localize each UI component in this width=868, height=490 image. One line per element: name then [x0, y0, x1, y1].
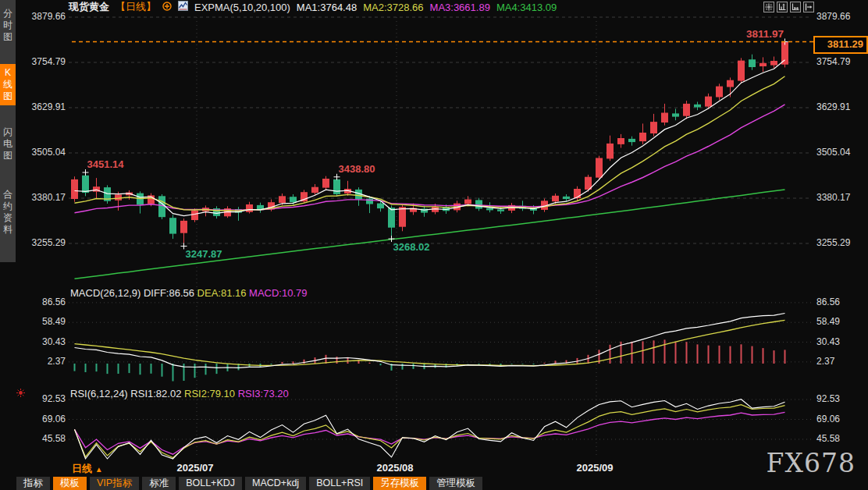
rsi3-value: RSI3:73.20: [238, 388, 289, 399]
chart-canvas[interactable]: [0, 0, 868, 490]
axis-tick: 3255.29: [19, 237, 66, 248]
axis-tick: 3754.79: [19, 56, 66, 67]
ma1-value: MA1:3764.48: [297, 2, 357, 13]
low-price-annotation: 3247.87: [186, 248, 222, 260]
mini-chart-icon[interactable]: [178, 1, 188, 13]
axis-tick: 3754.79: [816, 56, 850, 67]
axis-tick: 3380.17: [19, 192, 66, 203]
rsi1-value: RSI1:82.02: [130, 388, 181, 399]
sidebar-item-0[interactable]: 分时图: [0, 5, 16, 46]
session-high-label: 3811.97: [724, 28, 784, 40]
sidebar-item-2[interactable]: 闪电图: [0, 123, 16, 165]
sidebar-item-3[interactable]: 合约资料: [0, 186, 16, 239]
chart-header: 现货黄金 【日线】 EXPMA(5,10,20,100) MA1:3764.48…: [69, 1, 557, 13]
macd-value: MACD:10.79: [249, 287, 307, 299]
axis-tick: 86.56: [816, 296, 840, 307]
toolbar-button-6[interactable]: BOLL+RSI: [309, 477, 370, 490]
crosshair-icon[interactable]: [763, 2, 774, 12]
axis-tick: 3505.04: [816, 147, 850, 158]
ma3-value: MA3:3661.89: [430, 2, 490, 13]
sidebar: 分时图K线图闪电图合约资料: [0, 0, 16, 262]
axis-tick: 58.49: [816, 316, 840, 327]
axis-tick: 3380.17: [816, 192, 850, 203]
ma4-value: MA4:3413.09: [496, 2, 557, 13]
axis-tick: 58.49: [19, 316, 66, 327]
add-indicator-icon[interactable]: [162, 2, 172, 13]
axis-tick: 30.43: [19, 336, 66, 347]
axis-tick: 86.56: [19, 296, 66, 307]
watermark: FX678: [767, 448, 856, 478]
axis-tick: 3629.91: [816, 101, 850, 112]
toolbar-button-0[interactable]: 指标: [16, 477, 50, 490]
axis-tick: 45.58: [816, 433, 840, 444]
axis-tick: 30.43: [816, 336, 840, 347]
low-price-annotation: 3268.02: [393, 241, 430, 253]
axis-tick: 92.53: [816, 393, 840, 404]
last-price-tag: 3811.29: [813, 36, 868, 54]
rsi2-value: RSI2:79.10: [184, 388, 235, 399]
axis-tick: 69.06: [19, 414, 66, 424]
toolbar-button-7[interactable]: 另存模板: [373, 477, 426, 490]
high-price-annotation: 3438.80: [339, 163, 375, 175]
bottom-toolbar: 指标模板VIP指标标准BOLL+KDJMACD+kdjBOLL+RSI另存模板管…: [16, 477, 482, 490]
rsi-params: RSI(6,12,24): [70, 388, 128, 399]
toolbar-button-8[interactable]: 管理模板: [429, 477, 482, 490]
x-axis-label: 2025/09: [577, 462, 614, 474]
toolbar-button-3[interactable]: 标准: [142, 477, 176, 490]
macd-params: MACD(26,12,9): [70, 287, 141, 299]
chart-tool-icons: [763, 2, 814, 12]
axis-tick: 45.58: [19, 433, 66, 444]
axis-tick: 2.37: [816, 356, 834, 367]
toolbar-button-2[interactable]: VIP指标: [90, 477, 139, 490]
chart-application: 分时图K线图闪电图合约资料 现货黄金 【日线】 EXPMA(5,10,20,10…: [0, 0, 868, 490]
axis-tick: 92.53: [19, 393, 66, 404]
macd-diff-value: DIFF:86.56: [144, 287, 194, 299]
axis-pan-icon[interactable]: [790, 2, 801, 12]
macd-label-row: MACD(26,12,9) DIFF:86.56 DEA:81.16 MACD:…: [70, 287, 308, 299]
axis-tick: 3879.66: [816, 11, 850, 22]
axis-tick: 3505.04: [19, 147, 66, 158]
rsi-label-row: RSI(6,12,24) RSI1:82.02 RSI2:79.10 RSI3:…: [70, 388, 289, 399]
chevron-up-icon: ▲: [95, 465, 103, 474]
x-axis-label: 2025/07: [177, 462, 214, 474]
high-price-annotation: 3451.14: [87, 158, 124, 170]
axis-tick: 3255.29: [816, 237, 850, 248]
period-selector[interactable]: 【日线】: [116, 0, 156, 14]
indicator-name: EXPMA(5,10,20,100): [194, 2, 290, 13]
axis-tick: 3879.66: [19, 11, 66, 22]
macd-dea-value: DEA:81.16: [197, 287, 247, 299]
axis-tick: 69.06: [816, 414, 840, 424]
period-dropdown[interactable]: 日线 ▲: [72, 462, 103, 476]
toolbar-button-1[interactable]: 模板: [53, 477, 87, 490]
x-axis-label: 2025/08: [377, 462, 414, 474]
axis-tick: 3629.91: [19, 101, 66, 112]
toolbar-button-5[interactable]: MACD+kdj: [245, 477, 306, 490]
ma2-value: MA2:3728.66: [363, 2, 423, 13]
sidebar-item-1[interactable]: K线图: [0, 64, 16, 105]
axis-scale-icon[interactable]: [777, 2, 788, 12]
exit-icon[interactable]: [803, 2, 814, 12]
symbol-name: 现货黄金: [69, 0, 109, 14]
axis-tick: 2.37: [19, 356, 66, 367]
toolbar-button-4[interactable]: BOLL+KDJ: [179, 477, 242, 490]
